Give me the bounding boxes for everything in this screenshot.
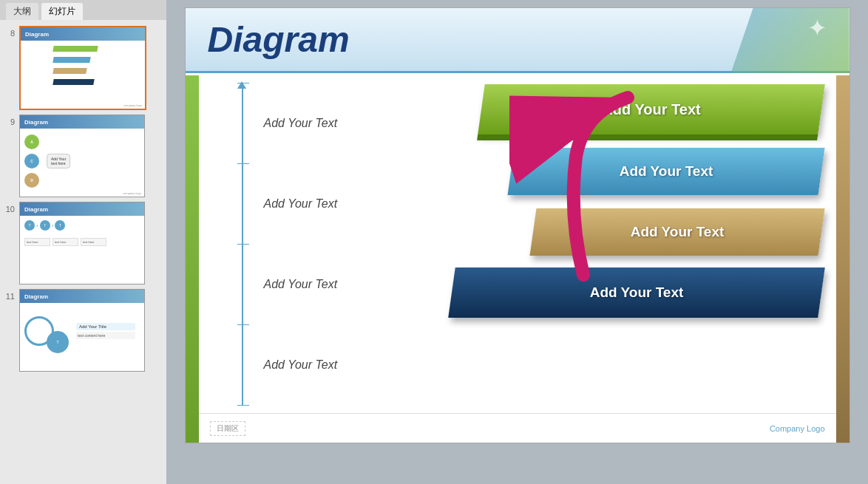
para-blue[interactable]: Add Your Text bbox=[507, 148, 824, 195]
thumb11-title: Diagram bbox=[24, 293, 48, 300]
right-accent-bar bbox=[836, 75, 850, 443]
layer-blue-label[interactable]: Add Your Text bbox=[511, 148, 821, 195]
thumb9-footer: company logo bbox=[120, 191, 144, 195]
slide-canvas: Diagram ✦ bbox=[185, 7, 850, 443]
left-accent-bar bbox=[186, 75, 199, 443]
tick-1 bbox=[237, 83, 249, 83]
layer-blue-container: Add Your Text bbox=[406, 146, 821, 197]
thumb10-block2: text here bbox=[52, 238, 78, 246]
slide-item-10[interactable]: 10 Diagram T › T › T bbox=[3, 202, 163, 284]
thumb8-footer: company logo bbox=[121, 103, 145, 107]
layer-navy-label[interactable]: Add Your Text bbox=[452, 267, 821, 318]
layer-tan-container: Add Your Text bbox=[406, 207, 821, 257]
para-tan[interactable]: Add Your Text bbox=[529, 208, 824, 256]
layer-tan-label[interactable]: Add Your Text bbox=[533, 208, 821, 256]
layer-navy-container: Add Your Text bbox=[406, 266, 821, 319]
tick-2 bbox=[237, 163, 249, 164]
slide-number-8: 8 bbox=[3, 29, 15, 38]
thumb8-bar-blue bbox=[52, 57, 90, 63]
slide-thumb-8[interactable]: Diagram bbox=[19, 26, 146, 110]
tick-3 bbox=[237, 244, 249, 245]
tick-labels-container bbox=[237, 83, 406, 406]
slide-number-11: 11 bbox=[3, 292, 15, 301]
thumb8-bar-green bbox=[52, 46, 98, 52]
thumb8-title: Diagram bbox=[25, 31, 49, 38]
sidebar: 大纲 幻灯片 8 Diagram bbox=[0, 0, 166, 484]
pyramid-area: Add Your Text Add Your Text bbox=[406, 75, 836, 413]
slide-number-10: 10 bbox=[3, 205, 15, 214]
slide-item-11[interactable]: 11 Diagram T Add Your Title te bbox=[3, 289, 163, 372]
slide-container: Diagram ✦ bbox=[166, 0, 868, 484]
slide-header-decoration bbox=[731, 8, 850, 73]
tab-outline[interactable]: 大纲 bbox=[6, 3, 38, 20]
thumb10-c1: T bbox=[24, 220, 35, 231]
slide-number-9: 9 bbox=[3, 117, 15, 126]
layer-green-container: Add Your Text bbox=[406, 83, 821, 136]
thumb10-c3: T bbox=[55, 220, 65, 231]
layer-green-label[interactable]: Add Your Text bbox=[481, 84, 821, 134]
slide-header: Diagram ✦ bbox=[186, 8, 850, 73]
slide-footer: 日期区 Company Logo bbox=[199, 413, 836, 443]
thumb9-circle-a: A bbox=[24, 134, 39, 149]
tab-slides[interactable]: 幻灯片 bbox=[41, 3, 83, 20]
thumb9-balloon: Add Yourtext here bbox=[47, 154, 70, 168]
thumb10-c2: T bbox=[40, 220, 50, 231]
slide-title[interactable]: Diagram bbox=[208, 19, 350, 60]
slide-item-8[interactable]: 8 Diagram bbox=[3, 26, 163, 110]
slide-thumb-9[interactable]: Diagram A C D Add Yourtext here company … bbox=[19, 115, 145, 197]
thumb9-circle-d: D bbox=[24, 173, 39, 188]
footer-company: Company Logo bbox=[770, 424, 825, 433]
thumb9-title: Diagram bbox=[24, 119, 48, 126]
para-green[interactable]: Add Your Text bbox=[478, 84, 825, 134]
labels-area: Add Your Text Add Your Text Add Your Tex… bbox=[199, 75, 406, 413]
pyramid-stack: Add Your Text Add Your Text bbox=[406, 75, 821, 406]
tick-4 bbox=[237, 324, 249, 325]
thumb10-block1: text here bbox=[24, 238, 50, 246]
thumb10-block3: text here bbox=[81, 238, 106, 246]
tick-5 bbox=[237, 405, 249, 406]
slide-body: Add Your Text Add Your Text Add Your Tex… bbox=[199, 75, 836, 413]
thumb10-title: Diagram bbox=[24, 206, 48, 213]
sidebar-tabs: 大纲 幻灯片 bbox=[0, 0, 166, 20]
thumb8-bar-navy bbox=[52, 79, 94, 85]
thumb8-bar-tan bbox=[52, 68, 87, 74]
thumb10-arrow1: › bbox=[36, 222, 38, 229]
slide-thumb-11[interactable]: Diagram T Add Your Title text content he… bbox=[19, 289, 145, 372]
footer-date[interactable]: 日期区 bbox=[210, 421, 245, 436]
thumb10-arrow2: › bbox=[52, 222, 54, 229]
star-decoration: ✦ bbox=[807, 14, 827, 42]
para-navy[interactable]: Add Your Text bbox=[448, 267, 825, 318]
slides-list: 8 Diagram bbox=[0, 20, 166, 484]
thumb9-circle-c: C bbox=[24, 154, 39, 168]
slide-item-9[interactable]: 9 Diagram A C D Add Yourtext here comp bbox=[3, 115, 163, 197]
slide-thumb-10[interactable]: Diagram T › T › T text here text here bbox=[19, 202, 145, 284]
main-area: Diagram ✦ bbox=[166, 0, 868, 484]
